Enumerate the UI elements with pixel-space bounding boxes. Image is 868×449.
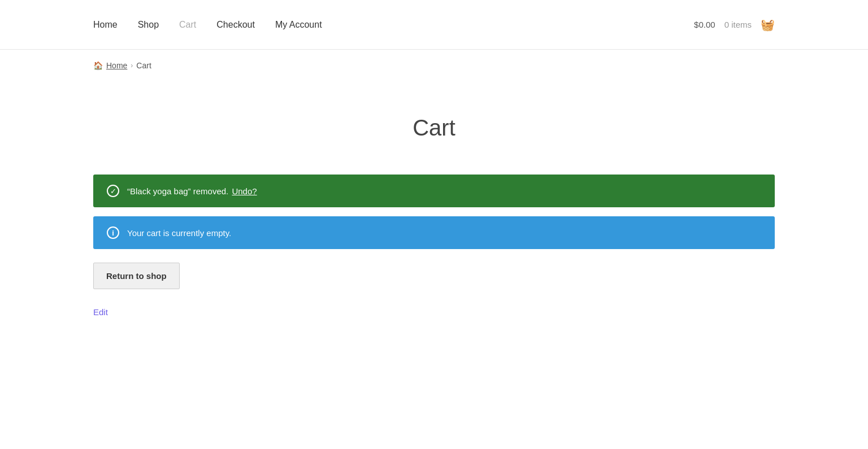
- breadcrumb-separator: ›: [131, 62, 133, 69]
- nav-shop[interactable]: Shop: [138, 20, 159, 30]
- page-title: Cart: [93, 115, 775, 141]
- check-circle-icon: ✓: [107, 185, 119, 197]
- removed-message: “Black yoga bag” removed. Undo?: [127, 186, 257, 196]
- removed-message-prefix: “Black yoga bag” removed.: [127, 186, 228, 196]
- cart-price: $0.00: [694, 20, 715, 29]
- nav-home[interactable]: Home: [93, 20, 118, 30]
- empty-cart-message: Your cart is currently empty.: [127, 228, 231, 238]
- undo-link[interactable]: Undo?: [232, 186, 257, 196]
- info-circle-icon: i: [107, 226, 119, 239]
- nav-checkout[interactable]: Checkout: [216, 20, 255, 30]
- nav-my-account[interactable]: My Account: [275, 20, 322, 30]
- cart-count: 0 items: [724, 20, 752, 29]
- main-content: Cart ✓ “Black yoga bag” removed. Undo? i…: [0, 81, 868, 317]
- breadcrumb-home-link[interactable]: Home: [106, 61, 127, 70]
- home-icon: 🏠: [93, 61, 103, 70]
- edit-link[interactable]: Edit: [93, 307, 108, 317]
- main-nav: Home Shop Cart Checkout My Account: [93, 20, 322, 30]
- breadcrumb-current: Cart: [136, 61, 151, 70]
- cart-widget: $0.00 0 items 🧺: [694, 18, 775, 32]
- nav-cart[interactable]: Cart: [179, 20, 196, 30]
- return-to-shop-button[interactable]: Return to shop: [93, 263, 180, 289]
- basket-icon[interactable]: 🧺: [761, 18, 775, 32]
- header: Home Shop Cart Checkout My Account $0.00…: [0, 0, 868, 50]
- breadcrumb: 🏠 Home › Cart: [0, 50, 868, 81]
- removed-notification: ✓ “Black yoga bag” removed. Undo?: [93, 175, 775, 207]
- empty-cart-notification: i Your cart is currently empty.: [93, 216, 775, 249]
